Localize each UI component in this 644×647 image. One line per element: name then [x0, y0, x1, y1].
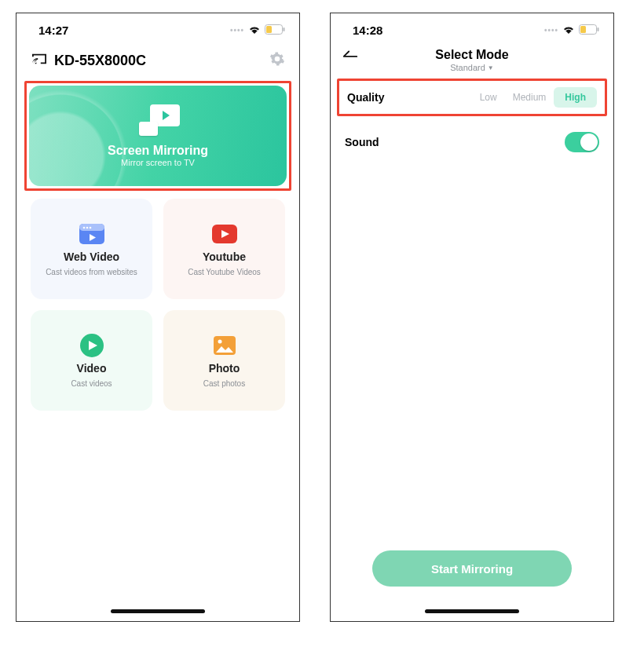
- tile-photo[interactable]: Photo Cast photos: [163, 310, 285, 411]
- tile-photo-title: Photo: [209, 362, 240, 375]
- status-time: 14:28: [353, 24, 382, 37]
- tile-web-sub: Cast videos from websites: [46, 268, 137, 276]
- photo-icon: [211, 334, 238, 357]
- browser-play-icon: [79, 222, 105, 246]
- status-bar: 14:28 ••••: [331, 13, 613, 40]
- sound-toggle[interactable]: [565, 132, 599, 152]
- status-indicators: ••••: [544, 24, 599, 37]
- svg-point-11: [218, 339, 221, 343]
- svg-rect-1: [284, 27, 285, 31]
- nav-subtitle: Standard ▼: [435, 63, 508, 72]
- device-header: KD-55X8000C: [16, 40, 299, 76]
- svg-rect-13: [598, 27, 599, 31]
- back-button[interactable]: [342, 49, 359, 65]
- tile-youtube[interactable]: Youtube Cast Youtube Videos: [163, 199, 285, 299]
- tile-photo-sub: Cast photos: [203, 379, 245, 388]
- quality-label: Quality: [347, 91, 384, 104]
- quality-option-high[interactable]: High: [554, 87, 597, 108]
- quality-segmented: Low Medium High: [472, 87, 597, 108]
- cellular-dots-icon: ••••: [544, 26, 558, 35]
- svg-point-7: [89, 226, 91, 228]
- device-name-row[interactable]: KD-55X8000C: [31, 52, 146, 70]
- cast-icon: [31, 52, 48, 70]
- tile-web-title: Web Video: [64, 250, 119, 263]
- play-circle-icon: [79, 334, 105, 357]
- phone-mode-screen: 14:28 •••• Select Mode Standard ▼ Qualit…: [330, 13, 614, 622]
- sound-row: Sound: [331, 124, 613, 160]
- cellular-dots-icon: ••••: [230, 26, 244, 35]
- svg-point-5: [82, 226, 85, 228]
- wifi-icon: [247, 24, 262, 37]
- svg-point-6: [86, 226, 88, 228]
- svg-rect-14: [580, 26, 586, 33]
- highlight-hero: Screen Mirroring Mirror screen to TV: [24, 81, 291, 191]
- sound-label: Sound: [345, 136, 379, 148]
- screen-mirroring-icon: [136, 104, 180, 136]
- nav-title: Select Mode: [435, 48, 508, 62]
- wifi-icon: [562, 24, 576, 37]
- device-name-label: KD-55X8000C: [54, 53, 146, 69]
- phone-home-screen: 14:27 •••• KD-55X8000C Sc: [16, 13, 300, 622]
- hero-subtitle: Mirror screen to TV: [121, 158, 195, 167]
- status-bar: 14:27 ••••: [16, 13, 299, 40]
- settings-button[interactable]: [269, 51, 285, 70]
- feature-tiles: Web Video Cast videos from websites Yout…: [16, 199, 299, 411]
- tile-video-sub: Cast videos: [71, 379, 112, 388]
- nav-bar: Select Mode Standard ▼: [331, 40, 613, 74]
- highlight-quality-row: Quality Low Medium High: [337, 79, 607, 116]
- svg-rect-2: [266, 26, 272, 33]
- start-mirroring-button[interactable]: Start Mirroring: [372, 550, 572, 587]
- status-time: 14:27: [38, 24, 68, 37]
- nav-title-group[interactable]: Select Mode Standard ▼: [435, 48, 508, 72]
- nav-sub-label: Standard: [450, 63, 485, 72]
- tile-web-video[interactable]: Web Video Cast videos from websites: [31, 199, 152, 299]
- hero-title: Screen Mirroring: [108, 144, 208, 158]
- screen-mirroring-card[interactable]: Screen Mirroring Mirror screen to TV: [29, 86, 287, 186]
- youtube-icon: [211, 222, 238, 246]
- chevron-down-icon: ▼: [488, 64, 494, 71]
- battery-icon: [579, 24, 599, 37]
- tile-yt-sub: Cast Youtube Videos: [188, 268, 261, 276]
- quality-option-low[interactable]: Low: [472, 87, 505, 108]
- battery-icon: [265, 24, 285, 37]
- home-indicator[interactable]: [425, 609, 519, 613]
- quality-option-medium[interactable]: Medium: [505, 87, 554, 108]
- tile-yt-title: Youtube: [203, 250, 246, 263]
- tile-video-title: Video: [77, 362, 107, 375]
- status-indicators: ••••: [230, 24, 285, 37]
- start-mirroring-label: Start Mirroring: [431, 562, 513, 576]
- home-indicator[interactable]: [111, 609, 205, 613]
- tile-video[interactable]: Video Cast videos: [31, 310, 152, 411]
